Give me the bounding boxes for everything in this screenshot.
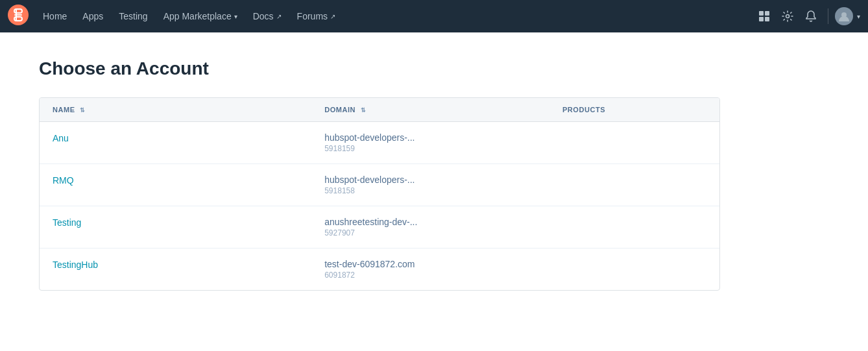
table-row[interactable]: Anuhubspot-developers-...5918159 [40, 122, 719, 164]
avatar-chevron-icon[interactable]: ▾ [857, 13, 860, 20]
account-domain-id: 5918158 [324, 186, 536, 195]
nav-item-docs[interactable]: Docs ↗ [247, 7, 288, 25]
accounts-table: NAME ⇅ DOMAIN ⇅ PRODUCTS Anuhubspot-deve… [40, 98, 719, 290]
marketplace-icon-btn[interactable] [754, 6, 775, 27]
nav-item-testing[interactable]: Testing [112, 7, 154, 25]
svg-rect-5 [759, 17, 764, 21]
nav-item-forums[interactable]: Forums ↗ [291, 7, 342, 25]
table-row[interactable]: RMQhubspot-developers-...5918158 [40, 164, 719, 206]
hubspot-logo[interactable] [8, 5, 34, 28]
nav-item-app-marketplace[interactable]: App Marketplace ▾ [157, 7, 244, 25]
account-name[interactable]: Testing [53, 217, 81, 228]
svg-rect-3 [759, 11, 764, 16]
account-domain: hubspot-developers-... [324, 175, 536, 185]
external-link-icon: ↗ [330, 13, 335, 20]
table-row[interactable]: TestingHubtest-dev-6091872.com6091872 [40, 248, 719, 291]
table-row[interactable]: Testinganushreetesting-dev-...5927907 [40, 206, 719, 248]
account-domain-id: 5918159 [324, 144, 536, 153]
account-name[interactable]: RMQ [53, 175, 74, 186]
svg-rect-6 [765, 17, 769, 21]
svg-rect-2 [14, 14, 22, 16]
settings-icon-btn[interactable] [777, 6, 798, 27]
table-body: Anuhubspot-developers-...5918159RMQhubsp… [40, 122, 719, 291]
main-content: Choose an Account NAME ⇅ DOMAIN ⇅ PRODUC… [0, 32, 868, 317]
avatar[interactable] [835, 7, 853, 25]
page-title: Choose an Account [39, 58, 829, 79]
col-header-name: NAME ⇅ [40, 98, 311, 122]
col-header-products: PRODUCTS [549, 98, 719, 122]
account-products [549, 122, 719, 164]
accounts-table-container: NAME ⇅ DOMAIN ⇅ PRODUCTS Anuhubspot-deve… [39, 97, 720, 291]
table-header: NAME ⇅ DOMAIN ⇅ PRODUCTS [40, 98, 719, 122]
account-domain: hubspot-developers-... [324, 132, 536, 143]
account-name[interactable]: TestingHub [53, 260, 98, 270]
account-domain-id: 5927907 [324, 228, 536, 237]
account-domain: anushreetesting-dev-... [324, 217, 536, 227]
nav-item-home[interactable]: Home [36, 7, 73, 25]
chevron-down-icon: ▾ [234, 13, 237, 20]
col-header-domain: DOMAIN ⇅ [311, 98, 549, 122]
svg-point-7 [786, 15, 790, 18]
account-name[interactable]: Anu [53, 133, 69, 143]
nav-divider [828, 8, 828, 24]
account-domain-id: 6091872 [324, 271, 536, 280]
nav-item-apps[interactable]: Apps [76, 7, 110, 25]
account-domain: test-dev-6091872.com [324, 259, 536, 269]
svg-rect-4 [765, 11, 769, 16]
account-products [549, 248, 719, 291]
notifications-icon-btn[interactable] [801, 6, 821, 27]
account-products [549, 206, 719, 248]
account-products [549, 164, 719, 206]
top-nav: Home Apps Testing App Marketplace ▾ Docs… [0, 0, 868, 32]
sort-icon-name[interactable]: ⇅ [80, 107, 86, 114]
sort-icon-domain[interactable]: ⇅ [361, 107, 367, 114]
external-link-icon: ↗ [276, 13, 282, 20]
